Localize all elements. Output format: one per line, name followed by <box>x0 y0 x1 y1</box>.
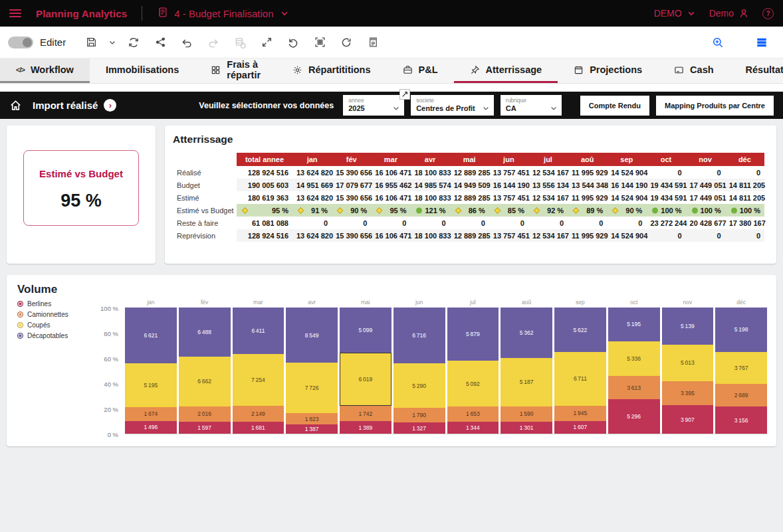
cell[interactable]: 0 <box>292 217 332 229</box>
data-panel-icon[interactable] <box>748 29 775 56</box>
bar-segment-décapotables[interactable]: 5 198 <box>715 308 767 352</box>
share-icon[interactable] <box>147 29 173 56</box>
cell[interactable]: 18 100 833 <box>410 191 449 204</box>
tab-projections[interactable]: Projections <box>558 58 658 83</box>
bar-segment-berlines[interactable]: 1 389 <box>340 421 392 434</box>
bar-segment-décapotables[interactable]: 5 362 <box>501 308 552 358</box>
bar-segment-camionnettes[interactable]: 1 653 <box>447 406 499 421</box>
cell[interactable]: 14 524 904 <box>607 191 646 204</box>
cell[interactable]: 85 % <box>489 204 528 217</box>
cell[interactable]: 19 434 591 <box>646 191 685 204</box>
zoom-in-icon[interactable] <box>705 29 731 56</box>
bar-segment-décapotables[interactable]: 5 139 <box>662 308 714 345</box>
bar-segment-coupés[interactable]: 5 336 <box>608 341 660 376</box>
bar-segment-décapotables[interactable]: 8 549 <box>286 308 338 363</box>
bar-segment-berlines[interactable]: 1 387 <box>286 424 338 434</box>
save-chevron-icon[interactable] <box>104 29 120 56</box>
database-reset-icon[interactable] <box>227 29 253 56</box>
bar-segment-coupés[interactable]: 3 767 <box>715 352 767 384</box>
mapping-produits-par-centre-button[interactable]: Mapping Produits par Centre <box>656 96 774 116</box>
bar-segment-berlines[interactable]: 1 301 <box>501 422 552 434</box>
bar-segment-coupés[interactable]: 5 092 <box>447 361 499 406</box>
cell[interactable]: 14 951 669 <box>292 179 332 191</box>
hamburger-menu-icon[interactable] <box>9 9 21 17</box>
cell[interactable]: 100 % <box>646 204 685 217</box>
cell[interactable]: 0 <box>410 217 449 229</box>
cell[interactable]: 23 272 244 <box>646 217 685 229</box>
cell[interactable]: 18 100 833 <box>410 166 449 179</box>
bar-segment-berlines[interactable]: 1 607 <box>554 421 606 434</box>
bar-segment-coupés[interactable]: 5 187 <box>501 358 552 406</box>
bar-segment-camionnettes[interactable]: 1 823 <box>286 413 338 425</box>
cell[interactable]: 86 % <box>450 204 489 217</box>
cell[interactable]: 0 <box>646 166 685 179</box>
bar-segment-camionnettes[interactable]: 1 790 <box>393 408 445 422</box>
cell[interactable]: 16 106 471 <box>371 166 410 179</box>
bar-segment-camionnettes[interactable]: 1 742 <box>340 406 392 421</box>
tab-p&l[interactable]: P&L <box>387 58 454 83</box>
cell[interactable]: 0 <box>686 166 725 179</box>
bar-segment-coupés[interactable]: 6 662 <box>179 357 231 407</box>
undo-icon[interactable] <box>173 29 200 56</box>
redo-icon[interactable] <box>200 29 227 56</box>
compte-rendu-button[interactable]: Compte Rendu <box>580 96 649 116</box>
maximize-icon[interactable] <box>253 29 280 56</box>
cell[interactable]: 17 449 051 <box>686 179 725 191</box>
cell[interactable]: 20 428 677 <box>686 217 725 229</box>
cell[interactable]: 61 081 088 <box>237 217 292 229</box>
bar-segment-coupés[interactable]: 6 019 <box>340 353 392 406</box>
cell[interactable]: 15 390 656 <box>332 191 371 204</box>
sync-data-icon[interactable] <box>120 29 147 56</box>
cell[interactable]: 90 % <box>332 204 371 217</box>
cell[interactable]: 95 % <box>237 204 292 217</box>
cell[interactable]: 95 % <box>371 204 410 217</box>
bar-segment-camionnettes[interactable]: 1 945 <box>554 406 606 421</box>
legend-item-coupés[interactable]: Coupés <box>17 321 94 329</box>
bar-segment-décapotables[interactable]: 6 621 <box>125 308 177 363</box>
bar-segment-décapotables[interactable]: 6 716 <box>393 308 445 363</box>
cell[interactable]: 14 811 205 <box>725 179 764 191</box>
cell[interactable]: 16 144 190 <box>489 179 528 191</box>
cell[interactable]: 12 889 285 <box>450 166 489 179</box>
cell[interactable]: 16 106 471 <box>371 229 410 242</box>
bar-segment-coupés[interactable]: 7 254 <box>233 354 284 406</box>
bar-segment-berlines[interactable]: 5 296 <box>608 399 660 434</box>
bar-segment-berlines[interactable]: 3 907 <box>662 405 714 434</box>
cell[interactable]: 14 811 205 <box>725 191 764 204</box>
bar-segment-camionnettes[interactable]: 2 149 <box>233 406 284 421</box>
cell[interactable]: 128 924 516 <box>237 229 292 242</box>
cell[interactable]: 14 524 904 <box>607 166 646 179</box>
cell[interactable]: 0 <box>686 229 725 242</box>
bar-segment-décapotables[interactable]: 6 411 <box>233 308 284 354</box>
cell[interactable]: 12 534 167 <box>528 166 568 179</box>
environment-selector[interactable]: DEMO <box>654 8 696 19</box>
bar-segment-coupés[interactable]: 5 290 <box>393 363 445 407</box>
bar-segment-décapotables[interactable]: 5 879 <box>447 308 499 361</box>
tab-immobilisations[interactable]: Immobilisations <box>90 58 195 83</box>
cell[interactable]: 13 624 820 <box>292 166 332 179</box>
cell[interactable]: 13 544 348 <box>568 179 607 191</box>
tab-r-sultat[interactable]: Résultat <box>730 58 783 83</box>
tab-r-partititions[interactable]: Répartititions <box>277 58 386 83</box>
cell[interactable]: 15 390 656 <box>332 229 371 242</box>
book-selector[interactable]: 4 - Budget Finalisation <box>157 7 288 20</box>
cell[interactable]: 13 624 820 <box>292 229 332 242</box>
save-icon[interactable] <box>78 29 104 56</box>
bar-segment-camionnettes[interactable]: 1 674 <box>125 407 177 421</box>
cell[interactable]: 14 985 574 <box>410 179 449 191</box>
cell[interactable]: 13 624 820 <box>292 191 332 204</box>
cell[interactable]: 0 <box>725 166 764 179</box>
cell[interactable]: 0 <box>332 217 371 229</box>
cell[interactable]: 100 % <box>686 204 725 217</box>
cell[interactable]: 12 889 285 <box>450 191 489 204</box>
cell[interactable]: 0 <box>725 229 764 242</box>
tab-cash[interactable]: Cash <box>658 58 729 83</box>
bar-segment-camionnettes[interactable]: 1 590 <box>501 406 552 421</box>
bar-segment-coupés[interactable]: 7 726 <box>286 363 338 412</box>
expand-icon[interactable] <box>399 89 410 100</box>
cell[interactable]: 11 995 929 <box>568 191 607 204</box>
legend-item-décapotables[interactable]: Décapotables <box>17 332 94 339</box>
bar-segment-camionnettes[interactable]: 2 689 <box>715 384 767 406</box>
cell[interactable]: 100 % <box>725 204 764 217</box>
cell[interactable]: 0 <box>646 229 685 242</box>
